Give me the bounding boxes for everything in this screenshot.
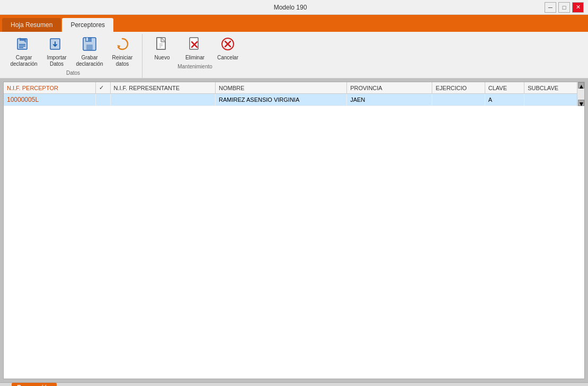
- window-controls: ─ □ ✕: [545, 2, 584, 13]
- title-bar: Modelo 190 ─ □ ✕: [0, 0, 588, 15]
- col-nif-perceptor: N.I.F. PERCEPTOR: [4, 82, 96, 94]
- eliminar-label: Eliminar: [185, 55, 204, 61]
- close-button[interactable]: ✕: [572, 2, 584, 13]
- scrollbar-down[interactable]: ▼: [578, 100, 584, 106]
- cell-check: [96, 94, 110, 106]
- svg-rect-10: [86, 45, 93, 50]
- col-nombre: NOMBRE: [216, 82, 347, 94]
- importar-button[interactable]: ImportarDatos: [41, 35, 72, 69]
- datos-buttons: Cargardeclaración ImportarDatos: [8, 35, 138, 69]
- nuevo-label: Nuevo: [155, 55, 170, 61]
- window-title: Modelo 190: [36, 4, 545, 11]
- cell-subclave: [524, 94, 577, 106]
- minimize-button[interactable]: ─: [545, 2, 556, 13]
- cargar-button[interactable]: Cargardeclaración: [8, 35, 39, 69]
- cancelar-label: Cancelar: [217, 55, 238, 61]
- cell-clave: A: [485, 94, 524, 106]
- percepcion-title: Percepción: [12, 383, 57, 386]
- reiniciar-icon: [115, 37, 130, 54]
- grabar-button[interactable]: Grabardeclaración: [74, 35, 105, 69]
- maximize-button[interactable]: □: [558, 2, 570, 13]
- ribbon: Cargardeclaración ImportarDatos: [0, 32, 588, 78]
- grabar-label: Grabardeclaración: [76, 55, 103, 67]
- col-check: ✓: [96, 82, 110, 94]
- col-clave: CLAVE: [485, 82, 524, 94]
- bottom-panel: Percepción NF del perceptor NIF del repr…: [0, 382, 588, 386]
- svg-rect-11: [86, 38, 88, 41]
- col-ejercicio: EJERCICIO: [432, 82, 485, 94]
- ribbon-group-datos: Cargardeclaración ImportarDatos: [4, 34, 142, 78]
- tab-bar: Hoja Resumen Perceptores: [0, 15, 588, 32]
- col-nif-representante: N.I.F. REPRESENTANTE: [110, 82, 216, 94]
- perceptores-table: N.I.F. PERCEPTOR ✓ N.I.F. REPRESENTANTE …: [3, 82, 585, 379]
- scrollbar-up[interactable]: ▲: [578, 82, 584, 89]
- tab-hoja-resumen[interactable]: Hoja Resumen: [2, 18, 61, 32]
- svg-rect-2: [19, 44, 25, 45]
- svg-rect-9: [85, 38, 92, 42]
- ribbon-group-mantenimiento: Nuevo Eliminar: [142, 34, 247, 78]
- eliminar-icon: [188, 37, 202, 54]
- reiniciar-button[interactable]: Reiniciardatos: [107, 35, 138, 69]
- mantenimiento-group-label: Mantenimiento: [147, 64, 243, 69]
- datos-group-label: Datos: [8, 70, 138, 76]
- reiniciar-label: Reiniciardatos: [112, 55, 133, 67]
- nuevo-icon: [155, 37, 170, 54]
- cell-nif: 10000005L: [4, 94, 96, 106]
- importar-label: ImportarDatos: [47, 55, 66, 67]
- cell-nif-rep: [110, 94, 216, 106]
- cargar-label: Cargardeclaración: [10, 55, 37, 67]
- eliminar-button[interactable]: Eliminar: [180, 35, 210, 63]
- cancelar-icon: [220, 37, 235, 54]
- svg-rect-4: [19, 47, 23, 48]
- cell-ejercicio: [432, 94, 485, 106]
- col-subclave: SUBCLAVE: [524, 82, 577, 94]
- svg-rect-3: [19, 46, 25, 47]
- table-row[interactable]: 10000005L RAMIREZ ASENSIO VIRGINIA JAEN …: [4, 94, 577, 106]
- nuevo-button[interactable]: Nuevo: [147, 35, 177, 63]
- col-provincia: PROVINCIA: [347, 82, 432, 94]
- cancelar-button[interactable]: Cancelar: [212, 35, 243, 63]
- importar-icon: [49, 37, 64, 54]
- cell-nombre: RAMIREZ ASENSIO VIRGINIA: [216, 94, 347, 106]
- mantenimiento-buttons: Nuevo Eliminar: [147, 35, 243, 63]
- tab-perceptores[interactable]: Perceptores: [62, 18, 113, 32]
- cell-provincia: JAEN: [347, 94, 432, 106]
- cargar-icon: [16, 37, 31, 54]
- grabar-icon: [82, 37, 97, 54]
